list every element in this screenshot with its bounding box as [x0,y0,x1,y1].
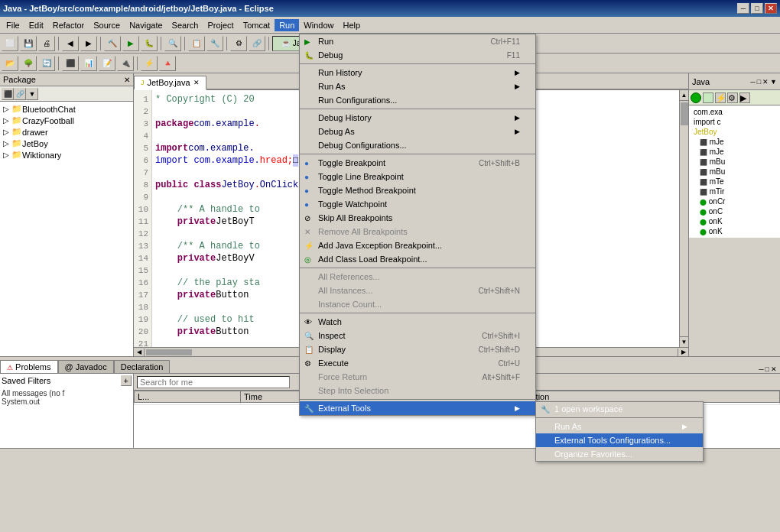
tree-item-bluetoothchat[interactable]: ▷ 📁 BluetoothChat [2,103,132,115]
outline-item-onk1[interactable]: ⬤ onK [691,216,778,226]
debug-button[interactable]: 🐛 [141,36,158,51]
outline-item-mje2[interactable]: ⬛ mJe [691,147,778,157]
tb-btn-2[interactable]: 🔧 [206,36,223,51]
tb2-btn-5[interactable]: 🔺 [159,56,176,71]
run-item-toggle-line-bp[interactable]: ● Toggle Line Breakpoint [300,170,535,183]
tb-btn-4[interactable]: 🔗 [249,36,265,51]
bottom-close-btn[interactable]: ✕ [771,365,777,373]
search-button[interactable]: 🔍 [164,36,181,51]
back-button[interactable]: ◀ [62,36,79,51]
run-item-debug-history[interactable]: Debug History ▶ [300,111,535,125]
run-item-toggle-method-bp[interactable]: ● Toggle Method Breakpoint [300,183,535,197]
outline-icon1[interactable] [703,92,713,103]
menu-search[interactable]: Search [167,19,203,31]
menu-run[interactable]: Run [275,19,299,31]
link-editor-btn[interactable]: 🔗 [14,88,26,100]
h-scroll-thumb[interactable] [146,349,192,355]
sync-button[interactable]: 🔄 [38,56,55,71]
outline-item-onk2[interactable]: ⬤ onK [691,226,778,236]
save-button[interactable]: 💾 [20,36,37,51]
menu-window[interactable]: Window [299,19,338,31]
menu-edit[interactable]: Edit [24,19,48,31]
run-item-instance-count[interactable]: Instance Count... [300,297,535,311]
run-item-execute[interactable]: ⚙ Execute Ctrl+U [300,356,535,370]
scroll-up-btn[interactable]: ▲ [680,90,688,101]
menu-navigate[interactable]: Navigate [125,19,167,31]
pkg-close-btn[interactable]: ✕ [124,76,130,84]
outline-item-mbu2[interactable]: ⬛ mBu [691,167,778,177]
ext-item-workspace[interactable]: 🔧 1 open workspace [536,402,703,416]
outline-close-btn[interactable]: ✕ [762,78,769,86]
run-item-debug[interactable]: 🐛 Debug F11 [300,48,535,62]
menu-help[interactable]: Help [338,19,365,31]
close-button[interactable]: ✕ [765,3,777,14]
menu-file[interactable]: File [2,19,24,31]
ext-item-ext-config[interactable]: External Tools Configurations... [536,433,703,447]
run-item-run-config[interactable]: Run Configurations... [300,93,535,107]
run-item-all-instances[interactable]: All Instances... Ctrl+Shift+N [300,284,535,297]
hierarchy-button[interactable]: 🌳 [20,56,37,71]
maximize-button[interactable]: □ [751,3,763,14]
pkg-menu-btn[interactable]: ▼ [26,88,38,100]
run-item-display[interactable]: 📋 Display Ctrl+Shift+D [300,342,535,356]
console-button[interactable]: ⬛ [62,56,79,71]
outline-item-package[interactable]: com.exa [691,107,778,117]
outline-min-btn[interactable]: ─ [750,78,755,86]
outline-icon2[interactable]: ⚡ [715,92,726,103]
menu-project[interactable]: Project [203,19,238,31]
tree-item-drawer[interactable]: ▷ 📁 drawer [2,126,132,138]
outline-item-onc[interactable]: ⬤ onC [691,206,778,216]
run-item-run-as[interactable]: Run As ▶ [300,79,535,93]
outline-item-mte[interactable]: ⬛ mTe [691,177,778,187]
run-item-class-load[interactable]: ◎ Add Class Load Breakpoint... [300,252,535,266]
run-item-toggle-watch[interactable]: ● Toggle Watchpoint [300,197,535,211]
menu-refactor[interactable]: Refactor [48,19,89,31]
run-item-debug-config[interactable]: Debug Configurations... [300,138,535,152]
vertical-scrollbar[interactable]: ▲ ▼ [679,90,688,347]
filter-item[interactable]: All messages (no f System.out [2,389,132,406]
tb-btn-3[interactable]: ⚙ [230,36,247,51]
ext-item-organize[interactable]: Organize Favorites... [536,447,703,461]
editor-tab-jetboy[interactable]: J JetBoy.java ✕ [134,76,206,90]
search-input[interactable] [137,376,290,388]
run-item-run-history[interactable]: Run History ▶ [300,66,535,79]
tree-item-jetboy[interactable]: ▷ 📁 JetBoy [2,138,132,149]
run-item-force-return[interactable]: Force Return Alt+Shift+F [300,370,535,384]
outline-item-mtir[interactable]: ⬛ mTir [691,187,778,196]
minimize-button[interactable]: ─ [737,3,749,14]
scroll-down-btn[interactable]: ▼ [680,336,688,347]
menu-tomcat[interactable]: Tomcat [239,19,275,31]
add-filter-button[interactable]: + [121,375,132,386]
outline-item-mje1[interactable]: ⬛ mJe [691,137,778,147]
bottom-max-btn[interactable]: □ [765,365,769,373]
scroll-left-btn[interactable]: ◀ [134,349,145,356]
scroll-thumb[interactable] [681,102,688,125]
tb2-btn-3[interactable]: 🔌 [117,56,134,71]
menu-source[interactable]: Source [89,19,125,31]
run-item-all-refs[interactable]: All References... [300,270,535,284]
outline-item-oncr[interactable]: ⬤ onCr [691,196,778,206]
run-item-remove-bp[interactable]: ✕ Remove All Breakpoints [300,225,535,238]
bottom-tab-declaration[interactable]: Declaration [114,360,171,373]
outline-item-jetboy-class[interactable]: JetBoy [691,127,778,137]
tb2-btn-1[interactable]: 📊 [80,56,97,71]
outline-icon4[interactable]: ▶ [739,92,750,103]
ext-item-run-as[interactable]: Run As ▶ [536,420,703,433]
outline-menu-btn[interactable]: ▼ [770,78,777,86]
run-item-watch[interactable]: 👁 Watch [300,315,535,329]
run-item-step-into[interactable]: Step Into Selection [300,384,535,397]
outline-icon3[interactable]: ⚙ [727,92,738,103]
outline-max-btn[interactable]: □ [757,78,761,86]
run-button[interactable]: ▶ [122,36,139,51]
scroll-right-btn[interactable]: ▶ [678,349,688,356]
new-button[interactable]: ⬜ [2,36,18,51]
run-item-debug-as[interactable]: Debug As ▶ [300,125,535,138]
tree-item-wiktionary[interactable]: ▷ 📁 Wiktionary [2,149,132,161]
bottom-tab-problems[interactable]: ⚠ Problems [0,360,58,373]
open-type-button[interactable]: 📂 [2,56,18,71]
forward-button[interactable]: ▶ [80,36,97,51]
tree-item-crazyfootball[interactable]: ▷ 📁 CrazyFootball [2,115,132,126]
run-item-inspect[interactable]: 🔍 Inspect Ctrl+Shift+I [300,329,535,342]
tb2-btn-4[interactable]: ⚡ [141,56,158,71]
run-item-java-exception[interactable]: ⚡ Add Java Exception Breakpoint... [300,238,535,252]
